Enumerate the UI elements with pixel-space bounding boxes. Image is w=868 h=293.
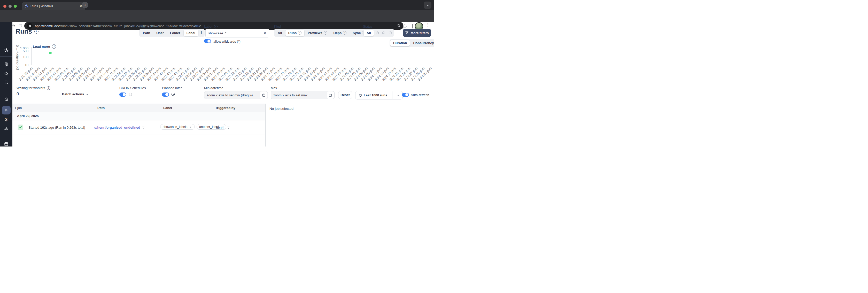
info-icon	[324, 31, 327, 35]
window-minimize-light[interactable]	[8, 5, 11, 8]
resources-cubes-icon[interactable]	[4, 126, 9, 131]
play-icon	[4, 108, 8, 112]
planned-later-toggle[interactable]	[162, 92, 169, 97]
kind-deps[interactable]: Deps	[331, 30, 349, 36]
search-icon[interactable]	[4, 80, 8, 85]
status-failure-circle-icon[interactable]	[387, 30, 393, 36]
filter-by-label[interactable]: Label	[184, 30, 198, 36]
allow-wildcards-toggle[interactable]	[204, 39, 211, 43]
job-count: 1 job	[14, 106, 22, 110]
date-group-label: April 29, 2025	[17, 114, 39, 118]
filter-kebab-icon[interactable]: •••	[199, 31, 204, 34]
tab-title: Runs | Windmill	[30, 4, 78, 8]
label-filter-input[interactable]	[206, 31, 261, 35]
filter-by-label-icon[interactable]	[189, 125, 192, 128]
windmill-logo-icon[interactable]	[4, 48, 9, 53]
waiting-workers-header: Waiting for workers	[17, 86, 51, 90]
filter-by-user-icon[interactable]	[227, 126, 230, 130]
view-concurrency-label: Concurrency	[413, 41, 434, 45]
load-more-label: Load more	[33, 45, 50, 49]
kind-previews-label: Previews	[308, 31, 322, 35]
bookmark-star-icon[interactable]	[397, 23, 401, 28]
window-close-light[interactable]	[3, 5, 6, 8]
max-datetime-input[interactable]	[271, 93, 327, 97]
status-label: Status	[363, 25, 373, 28]
sidebar-divider	[0, 56, 12, 57]
auto-refresh-label: Auto-refresh	[411, 93, 429, 97]
run-path-link[interactable]: u/henri/organized_undefined	[94, 125, 140, 129]
job-duration-point[interactable]	[49, 52, 52, 54]
auto-refresh-toggle[interactable]	[402, 93, 409, 97]
label-chip-text: showcase_labels	[163, 125, 187, 129]
planned-clock-icon	[171, 92, 175, 97]
max-calendar-icon[interactable]	[327, 91, 334, 99]
label-info-icon[interactable]	[214, 25, 218, 28]
chart-y-axis	[31, 47, 32, 65]
status-success-circle-icon[interactable]	[381, 30, 387, 36]
workspace-building-icon[interactable]	[4, 62, 8, 67]
schedules-calendar-icon[interactable]	[4, 142, 8, 146]
refresh-icon	[359, 93, 362, 97]
url-path: /runs?show_schedules=true&show_future_jo…	[60, 24, 395, 28]
kind-previews[interactable]: Previews	[305, 30, 330, 36]
load-more-info-icon[interactable]	[52, 45, 56, 49]
load-more[interactable]: Load more	[33, 45, 56, 49]
runs-info-icon[interactable]	[34, 29, 38, 34]
planned-later-label: Planned later	[162, 86, 182, 90]
view-concurrency[interactable]: Concurrency	[410, 40, 434, 46]
label-chip[interactable]: showcase_labels	[160, 124, 195, 130]
column-triggered-by: Triggered by	[215, 106, 235, 110]
kind-options: AllRunsPreviewsDepsSync	[275, 30, 368, 36]
filter-by-user[interactable]: User	[153, 30, 167, 36]
more-filters-button[interactable]: More filters	[403, 29, 431, 37]
variables-dollar-icon[interactable]: $	[5, 117, 7, 122]
view-duration[interactable]: Duration	[390, 40, 410, 46]
min-datetime-input-wrap	[204, 91, 268, 99]
last-runs-button[interactable]: Last 1000 runs	[355, 91, 403, 99]
browser-tab[interactable]: Runs | Windmill ✕	[22, 2, 85, 10]
table-row[interactable]: Started 162s ago (Ran in 0,263s total) u…	[12, 120, 265, 135]
cron-schedules-label: CRON Schedules	[119, 86, 146, 90]
browser-menu-icon[interactable]: •••	[426, 23, 429, 27]
max-datetime-input-wrap	[271, 91, 335, 99]
kind-deps-label: Deps	[334, 31, 342, 35]
home-icon[interactable]	[4, 97, 8, 101]
waiting-workers-info-icon[interactable]	[47, 86, 51, 90]
chart-x-axis[interactable]	[31, 65, 430, 65]
reset-button[interactable]: Reset	[338, 91, 352, 99]
new-tab-button[interactable]: +	[82, 2, 88, 8]
status-running-circle-icon[interactable]	[374, 30, 380, 36]
tab-search-chevron-icon[interactable]	[424, 2, 431, 9]
kind-runs[interactable]: Runs	[285, 30, 305, 36]
kind-sync-label: Sync	[352, 31, 361, 35]
filter-by-user-label: User	[156, 31, 164, 35]
window-zoom-light[interactable]	[14, 5, 17, 8]
sidebar-item-runs[interactable]	[2, 106, 10, 114]
info-icon	[343, 31, 346, 35]
cron-calendar-icon	[128, 92, 132, 97]
batch-actions-button[interactable]: Batch actions	[62, 92, 89, 96]
page-title: Runs	[16, 27, 32, 35]
filter-by-path-label: Path	[143, 31, 150, 35]
filter-by-path[interactable]: Path	[140, 30, 153, 36]
panel-divider	[265, 104, 266, 146]
kind-segmented: AllRunsPreviewsDepsSync	[274, 29, 369, 37]
favorites-star-icon[interactable]	[4, 71, 9, 76]
y-tick: 100	[17, 55, 28, 59]
button-divider	[392, 91, 393, 99]
filter-by-folder[interactable]: Folder	[167, 30, 183, 36]
date-group-row: April 29, 2025	[12, 112, 265, 120]
url-host: app.windmill.dev	[35, 24, 60, 28]
filter-by-path-icon[interactable]	[142, 126, 145, 130]
cron-schedules-toggle[interactable]	[119, 92, 126, 97]
kind-all[interactable]: All	[275, 30, 285, 36]
label-filter-header: Label	[204, 25, 218, 28]
last-runs-chevron-icon[interactable]	[394, 94, 402, 97]
min-datetime-input[interactable]	[204, 93, 260, 97]
last-runs-label: Last 1000 runs	[364, 93, 387, 97]
kind-runs-label: Runs	[288, 31, 297, 35]
status-all[interactable]: All	[364, 30, 374, 36]
min-calendar-icon[interactable]	[260, 91, 268, 99]
clear-label-icon[interactable]: ✕	[261, 31, 269, 35]
chevron-down-icon	[86, 93, 89, 96]
